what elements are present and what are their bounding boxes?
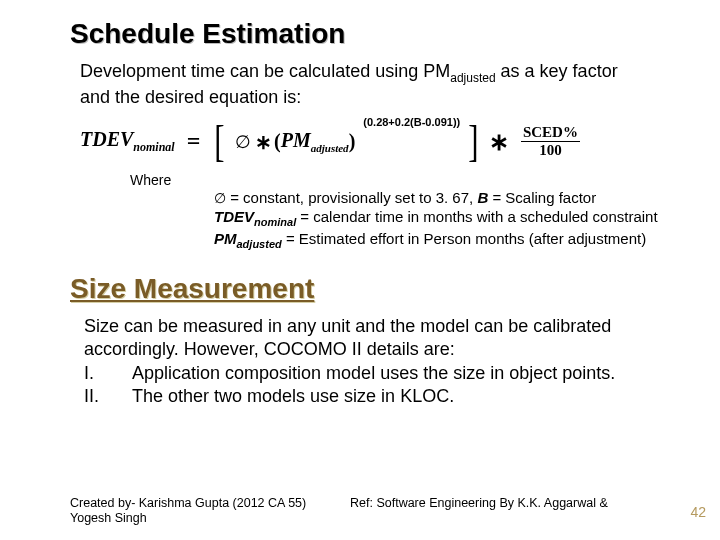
where-label: Where <box>130 172 670 190</box>
page-number: 42 <box>690 504 706 520</box>
pm-text: PM <box>281 129 311 151</box>
where-l1a: = constant, provisionally set to 3. 67, <box>226 189 477 206</box>
footer-created: Created by- Karishma Gupta (2012 CA 55) … <box>70 496 350 526</box>
size-body: Size can be measured in any unit and the… <box>84 315 670 407</box>
footer: Created by- Karishma Gupta (2012 CA 55) … <box>70 496 650 526</box>
lparen: ( <box>274 130 281 153</box>
where-pm: PM <box>214 230 237 247</box>
where-tdev: TDEV <box>214 208 254 225</box>
intro-paragraph: Development time can be calculated using… <box>80 60 640 108</box>
item-2-text: The other two models use size in KLOC. <box>132 385 454 408</box>
frac-den: 100 <box>539 142 562 159</box>
where-line-1: ∅ = constant, provisionally set to 3. 67… <box>214 189 670 208</box>
intro-pre: Development time can be calculated using… <box>80 61 450 81</box>
fraction: SCED% 100 <box>521 125 580 160</box>
phi-symbol: ∅ <box>235 131 251 153</box>
slide: Schedule Estimation Development time can… <box>0 0 720 540</box>
tdev-text: TDEV <box>80 128 133 150</box>
equals-sign: = <box>187 128 201 155</box>
pm-sub: adjusted <box>311 142 349 154</box>
where-body: ∅ = constant, provisionally set to 3. 67… <box>214 189 670 251</box>
roman-2: II. <box>84 385 132 408</box>
where-line-2: TDEVnominal = calendar time in months wi… <box>214 208 670 230</box>
star-1: ∗ <box>255 130 272 154</box>
size-p1: Size can be measured in any unit and the… <box>84 315 670 360</box>
frac-num: SCED% <box>521 125 580 143</box>
where-pm-sub: adjusted <box>237 238 282 250</box>
star-2: ∗ <box>489 128 509 156</box>
heading-size-measurement: Size Measurement <box>70 273 670 305</box>
item-1-text: Application composition model uses the s… <box>132 362 615 385</box>
formula: TDEVnominal = [ ∅ ∗ ( PMadjusted ) (0.28… <box>80 122 670 162</box>
intro-sub: adjusted <box>450 71 495 85</box>
footer-ref: Ref: Software Engineering By K.K. Aggarw… <box>350 496 650 526</box>
where-l3: = Estimated effort in Person months (aft… <box>282 230 646 247</box>
heading-schedule-estimation: Schedule Estimation <box>70 18 670 50</box>
formula-inner: ∅ ∗ ( PMadjusted ) <box>233 129 355 154</box>
formula-pm: PMadjusted <box>281 129 349 154</box>
where-B: B <box>477 189 488 206</box>
roman-list: I. Application composition model uses th… <box>84 362 670 407</box>
left-bracket: [ <box>215 122 225 162</box>
list-item: II. The other two models use size in KLO… <box>84 385 670 408</box>
where-tdev-sub: nominal <box>254 216 296 228</box>
rparen: ) <box>349 130 356 153</box>
list-item: I. Application composition model uses th… <box>84 362 670 385</box>
right-bracket: ] <box>468 122 478 162</box>
where-phi: ∅ <box>214 190 226 206</box>
formula-tdev: TDEVnominal <box>80 128 175 155</box>
where-line-3: PMadjusted = Estimated effort in Person … <box>214 230 670 252</box>
where-block: Where ∅ = constant, provisionally set to… <box>130 172 670 252</box>
roman-1: I. <box>84 362 132 385</box>
where-l2: = calendar time in months with a schedul… <box>296 208 657 225</box>
tdev-sub: nominal <box>133 140 174 154</box>
where-l1b: = Scaling factor <box>488 189 596 206</box>
exponent: (0.28+0.2(B-0.091)) <box>363 116 460 128</box>
